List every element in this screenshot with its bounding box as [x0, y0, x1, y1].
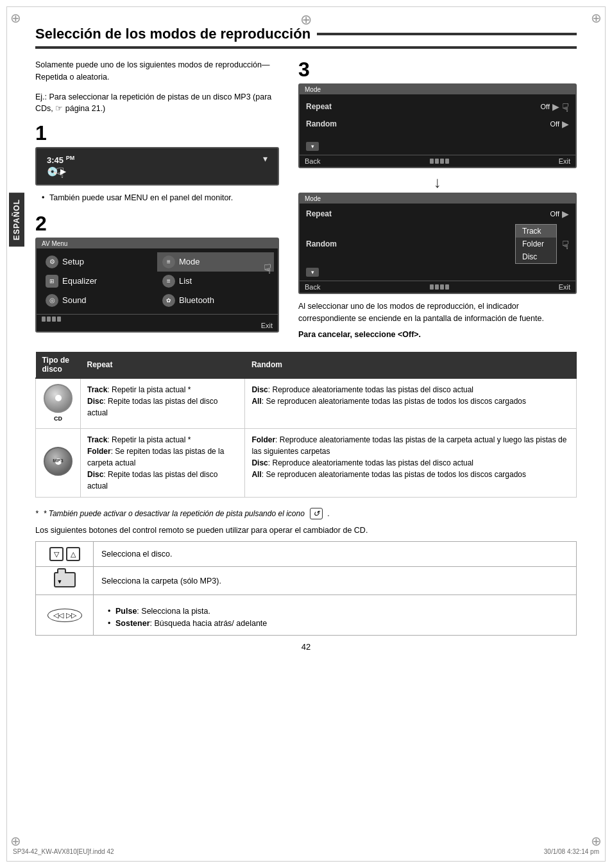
cd-random-all-label: All — [251, 397, 261, 406]
reg-mark-bl: ⊕ — [10, 833, 21, 849]
folder-arrow-down: ▼ — [57, 578, 63, 585]
equalizer-icon: ⊞ — [46, 275, 58, 288]
touch-hand-mode: ☟ — [264, 261, 271, 277]
table-row-cd: CD Track: Repetir la pista actual * Disc… — [36, 378, 577, 429]
remote-row-folder: ▼ Selecciona la carpeta (sólo MP3). — [36, 567, 577, 595]
screen-time: 3:45 — [47, 155, 64, 165]
exit-label: Exit — [261, 322, 273, 329]
remote-btn-disc: ▽ △ — [36, 542, 94, 567]
mp3-repeat-folder-label: Folder — [87, 447, 111, 456]
reg-mark-tl: ⊕ — [10, 10, 21, 26]
av-menu-title: AV Menu — [37, 239, 278, 248]
cd-disc-label: CD — [42, 415, 74, 424]
screen-pm: PM — [66, 155, 75, 161]
seek-pulse-item: Pulse: Selecciona la pista. — [108, 605, 568, 618]
mode-screen-2: Mode Repeat Off ▶ Random — [298, 193, 577, 294]
mode-title-1: Mode — [300, 85, 575, 94]
sound-icon: ◎ — [46, 294, 58, 307]
mp3-repeat-track-label: Track — [87, 435, 107, 444]
cancel-text: Para cancelar, seleccione <Off>. — [298, 330, 577, 339]
touch-hand-repeat: ☟ — [562, 101, 569, 115]
crosshair-mark: ⊕ — [300, 12, 312, 28]
setup-icon: ⚙ — [46, 256, 58, 268]
back-btn-1[interactable]: Back — [305, 157, 320, 165]
list-icon: ≡ — [162, 275, 175, 288]
av-menu-item-list[interactable]: ≡ List — [157, 272, 274, 291]
footer-right: 30/1/08 4:32:14 pm — [544, 848, 599, 855]
footnote-text: * También puede activar o desactivar la … — [44, 509, 305, 518]
footer-left: SP34-42_KW-AVX810[EU]f.indd 42 — [13, 848, 114, 855]
main-layout: Solamente puede uno de los siguientes mo… — [35, 59, 577, 339]
random-arrow: ▶ — [562, 119, 569, 129]
random-row-1: Random Off ▶ — [300, 116, 575, 132]
touch-hand-1: ☟ — [56, 165, 64, 182]
reg-mark-br: ⊕ — [591, 833, 602, 849]
cd-disc-cell: CD — [36, 378, 81, 429]
mp3-random-cell: Folder: Reproduce aleatoriamente todas l… — [245, 429, 577, 498]
scrollbar — [42, 317, 273, 322]
av-menu-item-setup[interactable]: ⚙ Setup — [40, 252, 157, 272]
av-menu-item-sound[interactable]: ◎ Sound — [40, 291, 157, 310]
mode-title-2: Mode — [300, 194, 575, 204]
sound-label: Sound — [62, 295, 87, 305]
cd-repeat-disc-label: Disc — [87, 397, 103, 406]
list-label: List — [179, 276, 192, 286]
av-menu-grid: ⚙ Setup ≡ Mode ☟ ⊞ Equalizer — [37, 248, 278, 314]
repeat-row-2: Repeat Off ▶ — [300, 206, 575, 221]
dropdown-folder[interactable]: Folder — [516, 238, 556, 250]
repeat-row-1: Repeat Off ▶ ☟ — [300, 97, 575, 116]
left-column: Solamente puede uno de los siguientes mo… — [35, 59, 279, 339]
folder-btn[interactable]: ▼ — [54, 572, 76, 587]
equalizer-label: Equalizer — [62, 276, 97, 286]
av-menu-item-equalizer[interactable]: ⊞ Equalizer — [40, 272, 157, 291]
exit-btn-1[interactable]: Exit — [559, 157, 570, 165]
page-title: Selección de los modos de reproducción — [35, 26, 577, 49]
down-triangle-btn[interactable]: ▽ — [49, 547, 64, 561]
dropdown-arrow: ▾ — [263, 153, 268, 164]
arrow-between-screens: ↓ — [298, 173, 577, 191]
modes-table: Tipo de disco Repeat Random CD Track: Re… — [35, 352, 577, 498]
col-disc-type: Tipo de disco — [36, 352, 81, 378]
mp3-disc-image: MP3 — [44, 447, 72, 476]
seek-fwd-icon: ▷▷ — [66, 611, 76, 620]
back-btn-2[interactable]: Back — [305, 283, 320, 291]
dropdown-track[interactable]: Track — [516, 225, 556, 238]
av-menu-screen: AV Menu ⚙ Setup ≡ Mode ☟ ⊞ — [35, 238, 279, 333]
mp3-random-disc-label: Disc — [251, 458, 268, 467]
disc-buttons: ▽ △ — [49, 547, 80, 561]
remote-intro: Los siguientes botones del control remot… — [35, 526, 577, 535]
cd-disc-image — [44, 384, 72, 413]
remote-desc-disc: Selecciona el disco. — [94, 542, 577, 567]
remote-desc-folder: Selecciona la carpeta (sólo MP3). — [94, 567, 577, 595]
av-menu-item-bluetooth[interactable]: ✿ Bluetooth — [157, 291, 274, 310]
cd-repeat-track-label: Track — [87, 385, 107, 394]
mode-footer-1: Back Exit — [300, 155, 575, 167]
seek-buttons[interactable]: ◁◁ ▷▷ — [47, 609, 82, 622]
av-menu-item-mode[interactable]: ≡ Mode ☟ — [157, 252, 274, 272]
step3-text: Al seleccionar uno de los modos de repro… — [298, 300, 577, 325]
remote-row-disc: ▽ △ Selecciona el disco. — [36, 542, 577, 567]
step-3-label: 3 — [298, 59, 577, 80]
mode-screen-1: Mode Repeat Off ▶ ☟ Random Off — [298, 83, 577, 168]
exit-btn-2[interactable]: Exit — [559, 283, 570, 291]
intro-para1: Solamente puede uno de los siguientes mo… — [35, 59, 279, 83]
footer-bar: SP34-42_KW-AVX810[EU]f.indd 42 30/1/08 4… — [13, 848, 599, 855]
dropdown-disc[interactable]: Disc — [516, 250, 556, 263]
remote-btn-folder: ▼ — [36, 567, 94, 595]
right-column: 3 Mode Repeat Off ▶ ☟ Random — [298, 59, 577, 339]
seek-back-icon: ◁◁ — [53, 611, 64, 620]
av-menu-exit[interactable]: Exit — [37, 314, 278, 331]
up-triangle-btn[interactable]: △ — [66, 547, 80, 561]
mp3-disc-wrapper: MP3 — [44, 447, 72, 476]
bluetooth-label: Bluetooth — [179, 295, 214, 305]
col-repeat: Repeat — [81, 352, 245, 378]
touch-hand-random: ☟ — [562, 238, 569, 252]
page-number: 42 — [35, 642, 577, 652]
cd-random-disc-label: Disc — [251, 385, 268, 394]
step1-bullet-1: También puede usar MENU en el panel del … — [42, 192, 279, 204]
cd-random-cell: Disc: Reproduce aleatoriamente todas las… — [245, 378, 577, 429]
remote-desc-seek: Pulse: Selecciona la pista. Sostener: Bú… — [94, 595, 577, 636]
cd-repeat-cell: Track: Repetir la pista actual * Disc: R… — [81, 378, 245, 429]
mp3-text: MP3 — [53, 457, 63, 465]
mode-icon: ≡ — [162, 256, 175, 268]
